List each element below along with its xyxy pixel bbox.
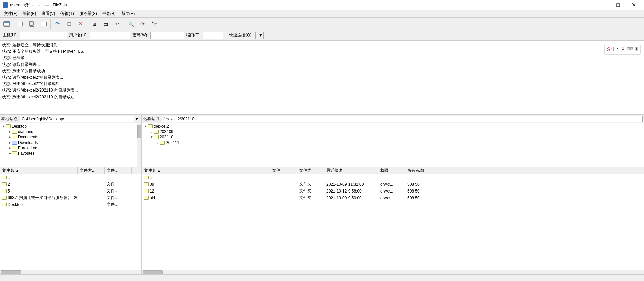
tree-label-favorites: Favorites — [18, 151, 34, 156]
toolbar-close-tab[interactable] — [38, 19, 49, 29]
local-file-row-parent[interactable]: .. — [0, 174, 141, 181]
toolbar-refresh[interactable]: ⟳ — [137, 19, 148, 29]
remote-file-name-parent: .. — [143, 175, 271, 180]
sogou-menu[interactable]: ⊞ — [635, 46, 638, 53]
remote-col-date[interactable]: 最近修改 — [324, 167, 378, 174]
local-file-row-desktop[interactable]: Desktop 文件... — [0, 201, 141, 208]
user-input[interactable] — [90, 32, 130, 39]
maximize-button[interactable]: □ — [610, 0, 626, 10]
quick-connect-button[interactable]: 快速连接(Q) — [225, 32, 256, 39]
toolbar-filter[interactable]: ⊞ — [89, 19, 100, 29]
user-label: 用户名(U): — [69, 32, 88, 38]
tree-label-202111: 202111 — [166, 140, 179, 145]
tree-item-202111[interactable]: ? 202111 — [142, 140, 644, 145]
menu-server[interactable]: 服务器(S) — [77, 10, 100, 17]
remote-file-row-12[interactable]: 12 文件夹 2021-10-12 9:58:00 drwxr... 508 5… — [142, 188, 644, 195]
menu-edit[interactable]: 编辑(E) — [20, 10, 39, 17]
port-input[interactable] — [203, 32, 223, 39]
remote-file-list: .. 09 文件夹 — [142, 174, 644, 270]
sogou-kbd[interactable]: ⌨ — [627, 46, 633, 53]
remote-col-perm[interactable]: 权限 — [378, 167, 405, 174]
local-location-dropdown[interactable]: ▼ — [134, 116, 140, 122]
quick-connect-dropdown[interactable]: ▼ — [258, 32, 264, 39]
title-bar: useretm@1 ··············· - FileZilla ─ … — [0, 0, 644, 10]
local-files-hscroll-thumb[interactable] — [1, 270, 21, 274]
log-line-2: 状态: 已登录 — [2, 55, 642, 61]
log-line-1: 状态: 不安全的服务器，不支持 FTP over TLS。 — [2, 48, 642, 55]
local-location-input[interactable] — [20, 116, 134, 122]
toolbar-site-manager[interactable] — [1, 19, 12, 29]
local-location-label: 本地站点: — [1, 116, 19, 122]
remote-file-perm-12: drwxr... — [379, 189, 406, 194]
menu-view[interactable]: 查看(V) — [39, 10, 58, 17]
minimize-button[interactable]: ─ — [595, 0, 610, 10]
remote-file-name-09: 09 — [143, 182, 271, 187]
remote-file-row-old[interactable]: old 文件夹 2021-10-09 9:50:00 drwxr... 508 … — [142, 195, 644, 201]
folder-icon-2 — [2, 182, 7, 186]
pass-input[interactable] — [150, 32, 184, 39]
remote-tree: ▼ tbexcel2 ? 202109 ▼ 202110 — [142, 123, 644, 167]
expander-tbexcel2: ▼ — [143, 125, 148, 128]
toolbar-disconnect[interactable]: ⊡ — [63, 19, 74, 29]
tree-item-downloads[interactable]: ▶ ↓ Downloads — [0, 140, 141, 145]
sogou-punc[interactable]: •, — [617, 46, 620, 53]
toolbar-new-tab[interactable] — [15, 19, 26, 29]
toolbar-copy-tab[interactable] — [27, 19, 37, 29]
remote-files-hscroll[interactable] — [142, 270, 644, 274]
local-files-hscroll[interactable] — [0, 270, 141, 274]
svg-rect-8 — [41, 22, 46, 26]
menu-transfer[interactable]: 传输(T) — [58, 10, 76, 17]
local-col-name[interactable]: 文件名 ▲ — [0, 167, 78, 174]
remote-col-type[interactable]: 文件类... — [297, 167, 324, 174]
sogou-mic[interactable]: 🎙 — [621, 46, 625, 53]
remote-file-owner-12: 508 50 — [406, 189, 440, 194]
remote-files: 文件名 ▲ 文件... 文件类... 最近修改 权限 — [142, 167, 644, 274]
svg-rect-1 — [4, 22, 10, 23]
remote-sort-arrow: ▲ — [157, 169, 161, 172]
local-file-row-2[interactable]: 2 文件... — [0, 181, 141, 188]
menu-help[interactable]: 帮助(H) — [119, 10, 138, 17]
host-input[interactable] — [20, 32, 67, 39]
tree-item-favorites[interactable]: ▶ Favorites — [0, 151, 141, 156]
remote-files-hscroll-thumb[interactable] — [143, 270, 163, 274]
tree-item-202110[interactable]: ▼ 202110 — [142, 134, 644, 140]
toolbar-nav-back[interactable]: ↶ — [112, 19, 123, 29]
remote-file-name-12: 12 — [143, 189, 271, 194]
local-location-bar: 本地站点: ▼ — [0, 115, 141, 123]
local-col-size[interactable]: 文件大... — [78, 167, 105, 174]
remote-file-row-09[interactable]: 09 文件夹 2021-10-09 11:32:00 drwxr... 508 … — [142, 181, 644, 188]
menu-file[interactable]: 文件(F) — [1, 10, 20, 17]
menu-bookmark[interactable]: 书签(B) — [100, 10, 119, 17]
tree-item-diamond[interactable]: ▶ diamond — [0, 129, 141, 134]
sogou-zh[interactable]: 中 — [611, 46, 616, 53]
remote-col-size[interactable]: 文件... — [270, 167, 297, 174]
remote-col-owner[interactable]: 所有者/组 — [405, 167, 439, 174]
toolbar-reconnect[interactable]: ⟳ — [52, 19, 63, 29]
tree-item-documents[interactable]: ▶ Documents — [0, 134, 141, 140]
toolbar-search[interactable]: 🔍 — [126, 19, 136, 29]
local-file-row-5[interactable]: 5 文件... — [0, 188, 141, 195]
remote-folder-icon-12 — [144, 189, 149, 193]
tree-item-202109[interactable]: ? 202109 — [142, 129, 644, 134]
close-button[interactable]: ✕ — [626, 0, 641, 10]
tree-item-desktop[interactable]: ▼ Desktop — [0, 124, 141, 129]
local-tree-scrollbar[interactable] — [137, 123, 141, 167]
remote-folder-icon-old — [144, 196, 149, 200]
tree-item-tbexcel2[interactable]: ▼ tbexcel2 — [142, 124, 644, 129]
remote-file-row-parent[interactable]: .. — [142, 174, 644, 181]
svg-rect-7 — [29, 22, 33, 25]
folder-icon-202111 — [160, 140, 165, 145]
title-text: useretm@1 ··············· - FileZilla — [10, 3, 67, 7]
toolbar-compare[interactable]: 🔭 — [149, 19, 159, 29]
local-file-row-6637[interactable]: 6637_扫描【统一接口平台服务器】_20... 文件... — [0, 195, 141, 201]
toolbar-sep-2 — [50, 19, 51, 29]
log-line-4: 状态: 列出"/"的目录成功 — [2, 68, 642, 74]
remote-location-input[interactable] — [162, 116, 643, 122]
local-col-type[interactable]: 文件... — [105, 167, 132, 174]
remote-col-name[interactable]: 文件名 ▲ — [142, 167, 270, 174]
local-tree-scrollbar-thumb[interactable] — [137, 125, 141, 138]
toolbar-dir-sync[interactable]: ▤ — [100, 19, 111, 29]
toolbar-cancel[interactable]: ✕ — [75, 19, 86, 29]
log-line-5: 状态: 读取"/tbexcel2"的目录列表... — [2, 74, 642, 81]
tree-item-eurekalog[interactable]: ▶ EurekaLog — [0, 145, 141, 151]
